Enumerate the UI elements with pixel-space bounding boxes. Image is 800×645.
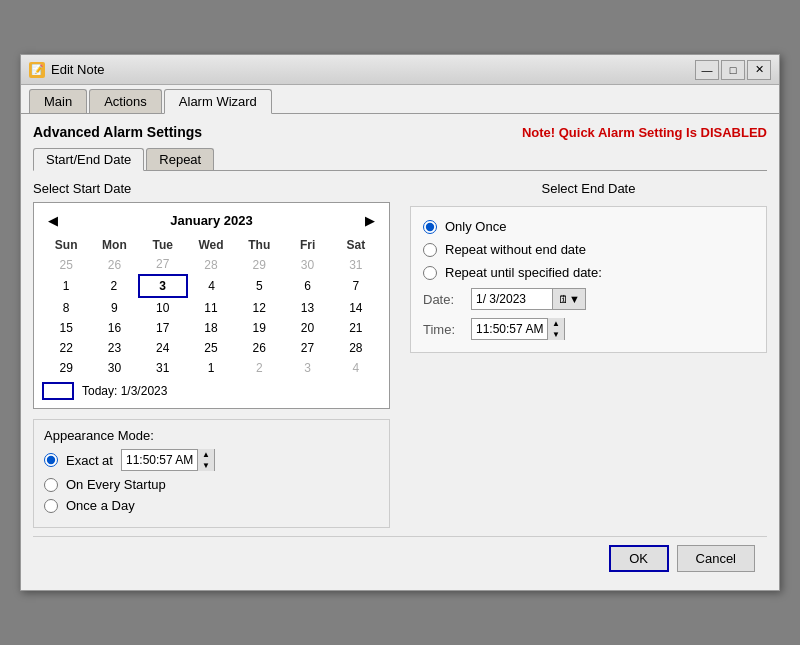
main-tabs: Main Actions Alarm Wizard xyxy=(21,85,779,114)
calendar-day[interactable]: 25 xyxy=(42,254,90,275)
appearance-time-up[interactable]: ▲ xyxy=(198,449,214,460)
end-time-field-label: Time: xyxy=(423,322,463,337)
cancel-button[interactable]: Cancel xyxy=(677,545,755,572)
cal-header-wed: Wed xyxy=(187,236,235,254)
calendar-day[interactable]: 3 xyxy=(139,275,187,297)
end-time-field[interactable] xyxy=(472,319,547,339)
sub-tab-repeat[interactable]: Repeat xyxy=(146,148,214,170)
window-title: Edit Note xyxy=(51,62,695,77)
end-radio-no-end[interactable] xyxy=(423,243,437,257)
calendar-day[interactable]: 29 xyxy=(235,254,283,275)
end-time-spinner: ▲ ▼ xyxy=(547,318,564,340)
appearance-option-daily: Once a Day xyxy=(44,498,379,513)
cal-header-mon: Mon xyxy=(90,236,138,254)
calendar-day[interactable]: 7 xyxy=(332,275,380,297)
end-date-field[interactable] xyxy=(472,289,552,309)
calendar-day[interactable]: 21 xyxy=(332,318,380,338)
calendar-day[interactable]: 4 xyxy=(332,358,380,378)
calendar-day[interactable]: 4 xyxy=(187,275,235,297)
calendar-day[interactable]: 24 xyxy=(139,338,187,358)
calendar-day[interactable]: 22 xyxy=(42,338,90,358)
calendar-day[interactable]: 29 xyxy=(42,358,90,378)
title-bar-controls: — □ ✕ xyxy=(695,60,771,80)
calendar-day[interactable]: 15 xyxy=(42,318,90,338)
calendar-day[interactable]: 2 xyxy=(90,275,138,297)
alarm-header: Advanced Alarm Settings Note! Quick Alar… xyxy=(33,124,767,140)
calendar-day[interactable]: 2 xyxy=(235,358,283,378)
appearance-radio-exact[interactable] xyxy=(44,453,58,467)
calendar-day[interactable]: 6 xyxy=(283,275,331,297)
calendar-day[interactable]: 16 xyxy=(90,318,138,338)
calendar-day[interactable]: 1 xyxy=(187,358,235,378)
end-time-input-group[interactable]: ▲ ▼ xyxy=(471,318,565,340)
minimize-button[interactable]: — xyxy=(695,60,719,80)
calendar-day[interactable]: 26 xyxy=(90,254,138,275)
calendar-grid: Sun Mon Tue Wed Thu Fri Sat 252627282930… xyxy=(42,236,381,378)
end-label-once: Only Once xyxy=(445,219,506,234)
end-option-no-end: Repeat without end date xyxy=(423,242,754,257)
appearance-radio-daily[interactable] xyxy=(44,499,58,513)
calendar-day[interactable]: 17 xyxy=(139,318,187,338)
calendar-day[interactable]: 13 xyxy=(283,297,331,318)
appearance-option-startup: On Every Startup xyxy=(44,477,379,492)
calendar-day[interactable]: 1 xyxy=(42,275,90,297)
calendar-day[interactable]: 5 xyxy=(235,275,283,297)
calendar-day[interactable]: 10 xyxy=(139,297,187,318)
tab-main[interactable]: Main xyxy=(29,89,87,113)
end-label-until: Repeat until specified date: xyxy=(445,265,602,280)
tab-actions[interactable]: Actions xyxy=(89,89,162,113)
appearance-label: Appearance Mode: xyxy=(44,428,379,443)
tab-alarm-wizard[interactable]: Alarm Wizard xyxy=(164,89,272,114)
calendar-day[interactable]: 28 xyxy=(332,338,380,358)
appearance-time-down[interactable]: ▼ xyxy=(198,460,214,471)
calendar-day[interactable]: 3 xyxy=(283,358,331,378)
appearance-option-exact: Exact at ▲ ▼ xyxy=(44,449,379,471)
calendar-box: ◀ January 2023 ▶ Sun Mon Tue Wed Thu xyxy=(33,202,390,409)
appearance-radio-startup[interactable] xyxy=(44,478,58,492)
calendar-day[interactable]: 27 xyxy=(283,338,331,358)
cal-header-fri: Fri xyxy=(283,236,331,254)
calendar-day[interactable]: 12 xyxy=(235,297,283,318)
calendar-day[interactable]: 26 xyxy=(235,338,283,358)
appearance-time-input[interactable]: ▲ ▼ xyxy=(121,449,215,471)
calendar-day[interactable]: 27 xyxy=(139,254,187,275)
content-area: Advanced Alarm Settings Note! Quick Alar… xyxy=(21,114,779,590)
end-date-box: Only Once Repeat without end date Repeat… xyxy=(410,206,767,353)
end-time-down[interactable]: ▼ xyxy=(548,329,564,340)
maximize-button[interactable]: □ xyxy=(721,60,745,80)
sub-tab-start-end[interactable]: Start/End Date xyxy=(33,148,144,171)
cal-header-sun: Sun xyxy=(42,236,90,254)
calendar-day[interactable]: 18 xyxy=(187,318,235,338)
calendar-day[interactable]: 9 xyxy=(90,297,138,318)
calendar-day[interactable]: 31 xyxy=(332,254,380,275)
end-date-picker-button[interactable]: 🗓▼ xyxy=(552,289,585,309)
calendar-day[interactable]: 8 xyxy=(42,297,90,318)
bottom-bar: OK Cancel xyxy=(33,536,767,580)
alarm-notice: Note! Quick Alarm Setting Is DISABLED xyxy=(522,125,767,140)
end-time-up[interactable]: ▲ xyxy=(548,318,564,329)
ok-button[interactable]: OK xyxy=(609,545,669,572)
end-radio-until[interactable] xyxy=(423,266,437,280)
appearance-time-spinner: ▲ ▼ xyxy=(197,449,214,471)
appearance-label-daily: Once a Day xyxy=(66,498,135,513)
calendar-day[interactable]: 30 xyxy=(90,358,138,378)
calendar-day[interactable]: 31 xyxy=(139,358,187,378)
appearance-time-field[interactable] xyxy=(122,450,197,470)
calendar-day[interactable]: 23 xyxy=(90,338,138,358)
calendar-day[interactable]: 19 xyxy=(235,318,283,338)
end-date-input-group[interactable]: 🗓▼ xyxy=(471,288,586,310)
cal-header-tue: Tue xyxy=(139,236,187,254)
appearance-label-startup: On Every Startup xyxy=(66,477,166,492)
end-option-until: Repeat until specified date: xyxy=(423,265,754,280)
calendar-day[interactable]: 20 xyxy=(283,318,331,338)
calendar-day[interactable]: 25 xyxy=(187,338,235,358)
calendar-day[interactable]: 14 xyxy=(332,297,380,318)
calendar-prev-button[interactable]: ◀ xyxy=(42,211,64,230)
calendar-day[interactable]: 11 xyxy=(187,297,235,318)
close-button[interactable]: ✕ xyxy=(747,60,771,80)
calendar-next-button[interactable]: ▶ xyxy=(359,211,381,230)
end-radio-once[interactable] xyxy=(423,220,437,234)
calendar-day[interactable]: 30 xyxy=(283,254,331,275)
cal-header-sat: Sat xyxy=(332,236,380,254)
calendar-day[interactable]: 28 xyxy=(187,254,235,275)
